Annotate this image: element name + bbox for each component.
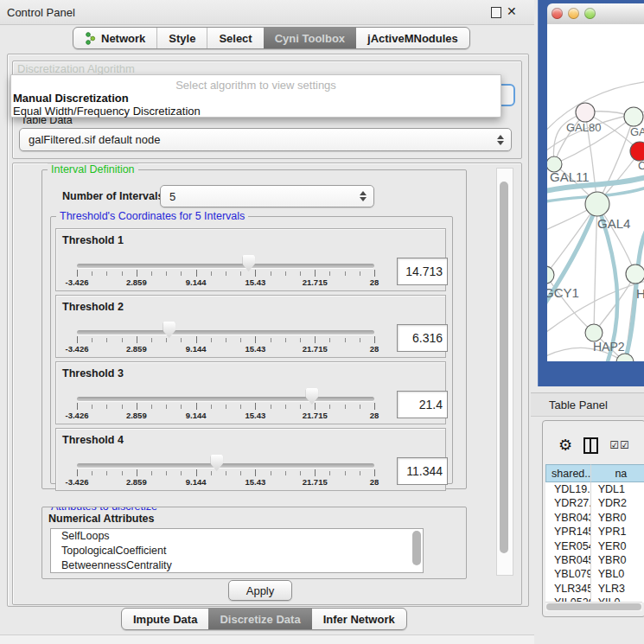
minimize-window-icon[interactable] xyxy=(568,8,579,19)
table-row[interactable]: YBL079WYBL0 xyxy=(545,567,644,581)
close-window-icon[interactable] xyxy=(552,8,563,19)
node-label: GAL80 xyxy=(566,121,601,134)
apply-button[interactable]: Apply xyxy=(228,580,292,601)
threshold-panel: Threshold 1-3.4262.8599.14415.4321.71528… xyxy=(55,228,446,291)
network-node[interactable] xyxy=(585,192,609,216)
table-row[interactable]: YDL19...YDL1 xyxy=(545,482,644,496)
table-data-value: galFiltered.sif default node xyxy=(20,133,496,146)
slider-track[interactable] xyxy=(77,397,374,401)
network-graph[interactable]: GAL80GALCGAL11GAL4GCY1HHAP2 xyxy=(547,24,644,361)
table-row[interactable]: YER054CYER0 xyxy=(545,539,644,553)
table-panel-titlebar: Table Panel xyxy=(531,392,644,417)
tick-label: 28 xyxy=(370,411,379,420)
node-label: HAP2 xyxy=(593,340,625,354)
cell-shared-name: YDL19... xyxy=(545,482,591,496)
threshold-value-field[interactable]: 14.713 xyxy=(397,258,448,285)
main-scrollbar-thumb[interactable] xyxy=(500,182,508,553)
tick-label: 9.144 xyxy=(186,411,207,420)
network-canvas[interactable]: GAL80GALCGAL11GAL4GCY1HHAP2 xyxy=(547,24,644,361)
table-data-combo[interactable]: galFiltered.sif default node xyxy=(19,128,512,151)
table-row[interactable]: YBR045CYBR0 xyxy=(545,553,644,567)
table-row[interactable]: YDR27...YDR2 xyxy=(545,496,644,510)
table-row[interactable]: YBR043CYBR0 xyxy=(545,511,644,525)
column-header-shared-name[interactable]: shared... xyxy=(545,464,591,482)
threshold-panel: Threshold 3-3.4262.8599.14415.4321.71528… xyxy=(55,361,446,424)
tick-label: 9.144 xyxy=(186,477,207,487)
bottom-strip xyxy=(0,634,534,644)
threshold-panel: Threshold 4-3.4262.8599.14415.4321.71528… xyxy=(55,428,446,491)
threshold-slider[interactable]: -3.4262.8599.14415.4321.71528 xyxy=(77,325,374,356)
tab-network[interactable]: Network xyxy=(73,28,156,48)
node-table[interactable]: shared... na YDL19...YDL1YDR27...YDR2YBR… xyxy=(545,464,644,603)
network-node[interactable] xyxy=(547,266,554,284)
tick-label: 21.715 xyxy=(303,411,328,420)
attribute-item[interactable]: BetweennessCentrality xyxy=(51,558,423,573)
cell-shared-name: YPR145W xyxy=(545,525,591,539)
algorithm-dropdown-popup: Select algorithm to view settings Manual… xyxy=(10,74,501,118)
cell-name: YBR0 xyxy=(591,511,644,525)
threshold-value-field[interactable]: 6.316 xyxy=(397,324,448,352)
tab-select[interactable]: Select xyxy=(207,28,263,48)
table-hscrollbar-thumb[interactable] xyxy=(546,603,641,610)
tick-label: 9.144 xyxy=(186,344,207,354)
combo-spinner-icon xyxy=(496,135,504,145)
algorithm-section-title: Discretization Algorithm xyxy=(17,62,135,75)
tab-jactivemnodules[interactable]: jActiveMNodules xyxy=(356,28,469,48)
threshold-value-field[interactable]: 11.344 xyxy=(397,457,448,485)
gear-icon[interactable]: ⚙ xyxy=(558,437,572,453)
top-tab-bar: NetworkStyleSelectCyni ToolboxjActiveMNo… xyxy=(73,27,470,49)
network-node[interactable] xyxy=(585,324,603,341)
node-label: C xyxy=(638,159,644,172)
control-panel-title: Control Panel xyxy=(7,6,75,19)
network-node[interactable] xyxy=(626,265,644,284)
tick-label: 15.43 xyxy=(245,477,266,487)
algorithm-option-equal-width[interactable]: Equal Width/Frequency Discretization xyxy=(11,105,501,118)
close-icon[interactable]: ✕ xyxy=(507,4,517,18)
numerical-attributes-list[interactable]: SelfLoopsTopologicalCoefficientBetweenne… xyxy=(50,528,424,573)
tab-style[interactable]: Style xyxy=(156,28,207,48)
tick-label: 21.715 xyxy=(303,277,328,287)
tab-impute-data[interactable]: Impute Data xyxy=(122,609,208,629)
table-toolbar: ⚙ ☑☑ xyxy=(545,433,644,457)
slider-track[interactable] xyxy=(77,330,374,335)
number-of-intervals-value: 5 xyxy=(161,190,359,203)
algorithm-option-manual[interactable]: Manual Discretization xyxy=(11,92,501,105)
number-of-intervals-combo[interactable]: 5 xyxy=(160,185,374,207)
tab-infer-network[interactable]: Infer Network xyxy=(312,609,406,629)
columns-icon[interactable] xyxy=(583,437,598,454)
table-hscrollbar-track[interactable] xyxy=(545,602,642,611)
table-row[interactable]: YLR345WYLR3 xyxy=(545,582,644,596)
list-scrollbar[interactable] xyxy=(412,531,421,565)
checkbox-icons[interactable]: ☑☑ xyxy=(609,439,630,451)
threshold-label: Threshold 1 xyxy=(62,234,124,246)
control-panel-titlebar: Control Panel ✕ xyxy=(0,0,534,25)
network-node[interactable] xyxy=(576,103,595,122)
cell-name: YBR0 xyxy=(591,553,644,567)
threshold-slider[interactable]: -3.4262.8599.14415.4321.71528 xyxy=(77,392,374,423)
node-label: GAL4 xyxy=(597,216,630,231)
interval-definition-title: Interval Definition xyxy=(48,163,138,175)
slider-track[interactable] xyxy=(77,463,374,468)
tab-discretize-data[interactable]: Discretize Data xyxy=(208,609,311,629)
attribute-item[interactable]: SelfLoops xyxy=(51,529,423,544)
network-node[interactable] xyxy=(630,142,644,161)
network-node[interactable] xyxy=(624,107,643,126)
threshold-slider[interactable]: -3.4262.8599.14415.4321.71528 xyxy=(77,458,374,489)
network-node[interactable] xyxy=(616,354,634,361)
threshold-value-field[interactable]: 21.4 xyxy=(397,391,448,418)
attribute-item[interactable]: TopologicalCoefficient xyxy=(51,544,423,558)
tick-label: 15.43 xyxy=(245,277,266,287)
attributes-box-title: Attributes to discretize xyxy=(48,507,161,513)
tab-label: Infer Network xyxy=(323,613,395,626)
column-header-name[interactable]: na xyxy=(591,464,644,482)
network-window-titlebar[interactable] xyxy=(547,3,644,25)
float-window-icon[interactable] xyxy=(491,7,501,18)
zoom-window-icon[interactable] xyxy=(584,8,596,19)
tab-cyni-toolbox[interactable]: Cyni Toolbox xyxy=(264,28,356,48)
threshold-slider[interactable]: -3.4262.8599.14415.4321.71528 xyxy=(77,258,374,290)
slider-track[interactable] xyxy=(77,264,374,268)
table-row[interactable]: YPR145WYPR1 xyxy=(545,525,644,539)
network-window[interactable]: GAL80GALCGAL11GAL4GCY1HHAP2 xyxy=(538,0,644,386)
cell-shared-name: YBR045C xyxy=(545,553,591,567)
table-rows: YDL19...YDL1YDR27...YDR2YBR043CYBR0YPR14… xyxy=(545,482,644,603)
